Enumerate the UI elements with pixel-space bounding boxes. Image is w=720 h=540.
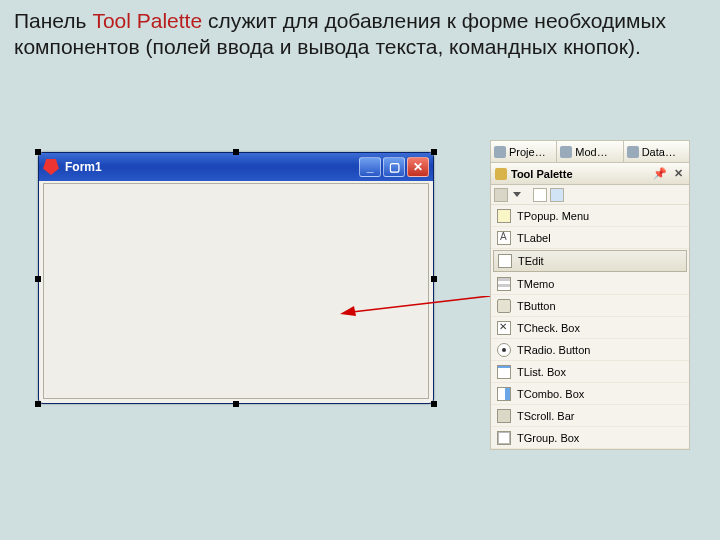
checkbox-icon <box>497 321 511 335</box>
component-item-label: TCombo. Box <box>517 388 584 400</box>
component-item-label: TScroll. Bar <box>517 410 574 422</box>
resize-handle[interactable] <box>233 149 239 155</box>
form-title: Form1 <box>65 160 102 174</box>
component-item-checkbox[interactable]: TCheck. Box <box>491 317 689 339</box>
tab-label: Proje… <box>509 146 546 158</box>
component-item-label[interactable]: TLabel <box>491 227 689 249</box>
component-item-groupbox[interactable]: TGroup. Box <box>491 427 689 449</box>
resize-handle[interactable] <box>35 276 41 282</box>
component-item-edit[interactable]: TEdit <box>493 250 687 272</box>
scrollbar-icon <box>497 409 511 423</box>
pointer-icon[interactable] <box>533 188 547 202</box>
tab-model[interactable]: Mod… <box>557 141 623 162</box>
component-item-label: TEdit <box>518 255 544 267</box>
pin-icon[interactable]: 📌 <box>653 167 667 181</box>
form-designer-window[interactable]: Form1 _ ▢ ✕ <box>38 152 434 404</box>
component-item-label: TList. Box <box>517 366 566 378</box>
component-item-combobox[interactable]: TCombo. Box <box>491 383 689 405</box>
close-icon[interactable]: ✕ <box>671 167 685 181</box>
component-item-label: TButton <box>517 300 556 312</box>
component-item-label: TLabel <box>517 232 551 244</box>
model-icon <box>560 146 572 158</box>
edit-icon <box>498 254 512 268</box>
description-text: Панель Tool Palette служит для добавлени… <box>14 8 706 61</box>
tool-palette-panel: Proje… Mod… Data… Tool Palette 📌 ✕ TPopu… <box>490 140 690 450</box>
memo-icon <box>497 277 511 291</box>
desc-highlight: Tool Palette <box>92 9 202 32</box>
resize-handle[interactable] <box>35 401 41 407</box>
radio-icon <box>497 343 511 357</box>
maximize-button[interactable]: ▢ <box>383 157 405 177</box>
component-item-label: TPopup. Menu <box>517 210 589 222</box>
component-item-scrollbar[interactable]: TScroll. Bar <box>491 405 689 427</box>
form-titlebar[interactable]: Form1 _ ▢ ✕ <box>39 153 433 181</box>
palette-icon <box>495 168 507 180</box>
desc-prefix: Панель <box>14 9 92 32</box>
label-icon <box>497 231 511 245</box>
resize-handle[interactable] <box>35 149 41 155</box>
popupmenu-icon <box>497 209 511 223</box>
form-design-surface[interactable] <box>43 183 429 399</box>
component-item-button[interactable]: TButton <box>491 295 689 317</box>
data-icon <box>627 146 639 158</box>
tab-label: Mod… <box>575 146 607 158</box>
component-item-memo[interactable]: TMemo <box>491 273 689 295</box>
close-button[interactable]: ✕ <box>407 157 429 177</box>
chevron-down-icon[interactable] <box>513 192 521 197</box>
filter-icon[interactable] <box>550 188 564 202</box>
minimize-button[interactable]: _ <box>359 157 381 177</box>
button-icon <box>497 299 511 313</box>
component-item-label: TMemo <box>517 278 554 290</box>
component-item-popupmenu[interactable]: TPopup. Menu <box>491 205 689 227</box>
component-item-radio[interactable]: TRadio. Button <box>491 339 689 361</box>
component-item-listbox[interactable]: TList. Box <box>491 361 689 383</box>
tab-project[interactable]: Proje… <box>491 141 557 162</box>
form-app-icon <box>43 159 59 175</box>
resize-handle[interactable] <box>431 149 437 155</box>
listbox-icon <box>497 365 511 379</box>
component-item-label: TCheck. Box <box>517 322 580 334</box>
resize-handle[interactable] <box>233 401 239 407</box>
tab-data[interactable]: Data… <box>624 141 689 162</box>
panel-tabs: Proje… Mod… Data… <box>491 141 689 163</box>
palette-header: Tool Palette 📌 ✕ <box>491 163 689 185</box>
component-item-label: TGroup. Box <box>517 432 579 444</box>
component-list: TPopup. MenuTLabelTEditTMemoTButtonTChec… <box>491 205 689 449</box>
combobox-icon <box>497 387 511 401</box>
tab-label: Data… <box>642 146 676 158</box>
palette-toolbar <box>491 185 689 205</box>
categories-dropdown[interactable] <box>494 188 508 202</box>
project-icon <box>494 146 506 158</box>
groupbox-icon <box>497 431 511 445</box>
component-item-label: TRadio. Button <box>517 344 590 356</box>
palette-title: Tool Palette <box>511 168 573 180</box>
resize-handle[interactable] <box>431 276 437 282</box>
resize-handle[interactable] <box>431 401 437 407</box>
